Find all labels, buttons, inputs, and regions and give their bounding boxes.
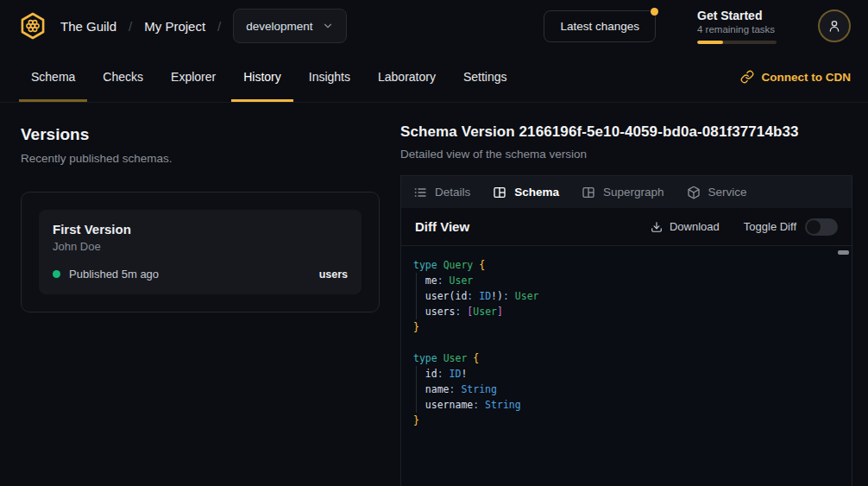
detail-tab-label: Service <box>708 186 747 199</box>
code-line: username: String <box>413 397 834 413</box>
schema-version-subtitle: Detailed view of the schema version <box>400 148 852 161</box>
nav-tab-checks[interactable]: Checks <box>91 52 155 102</box>
detail-tab-label: Details <box>435 186 470 199</box>
environment-selector-value: development <box>246 20 312 33</box>
link-icon <box>740 70 754 84</box>
app-header: The Guild / My Project / development Lat… <box>0 0 868 52</box>
code-line: type Query { <box>413 257 834 273</box>
version-status: Published 5m ago <box>69 268 159 281</box>
latest-changes-button[interactable]: Latest changes <box>544 10 656 42</box>
get-started-title: Get Started <box>697 9 777 22</box>
nav-tab-laboratory[interactable]: Laboratory <box>366 52 448 102</box>
breadcrumb-org[interactable]: The Guild <box>60 19 116 34</box>
columns-icon <box>493 186 506 199</box>
list-icon <box>413 186 427 199</box>
columns-icon <box>582 186 595 199</box>
versions-panel: Versions Recently published schemas. Fir… <box>0 103 400 486</box>
download-icon <box>651 221 663 233</box>
published-status-dot <box>53 270 60 278</box>
detail-tab-label: Supergraph <box>603 186 664 199</box>
code-line: type User { <box>413 350 834 366</box>
hive-logo-icon[interactable] <box>17 10 48 41</box>
version-detail-panel: Schema Version 2166196f-5e10-4059-bd0a-0… <box>400 103 868 486</box>
person-icon <box>827 19 841 33</box>
versions-subtitle: Recently published schemas. <box>21 152 380 165</box>
notification-dot <box>651 8 658 16</box>
app-root: The Guild / My Project / development Lat… <box>0 0 868 486</box>
toggle-diff-switch[interactable] <box>805 218 838 236</box>
detail-tab-supergraph[interactable]: Supergraph <box>582 186 664 199</box>
detail-tab-label: Schema <box>514 186 559 199</box>
get-started-subtitle: 4 remaining tasks <box>697 24 777 35</box>
nav-tab-history[interactable]: History <box>231 52 293 102</box>
version-service-badge: users <box>319 268 348 281</box>
main-nav: SchemaChecksExplorerHistoryInsightsLabor… <box>0 52 868 103</box>
code-line: me: User <box>413 273 834 288</box>
get-started-progress-fill <box>697 41 723 44</box>
graphql-schema-code: type Query {me: Useruser(id: ID!): Useru… <box>413 257 834 428</box>
versions-list: First Version John Doe Published 5m ago … <box>21 192 380 312</box>
breadcrumb-separator: / <box>217 19 221 34</box>
toggle-diff-label: Toggle Diff <box>744 220 796 233</box>
nav-tab-schema[interactable]: Schema <box>19 52 87 102</box>
schema-version-title: Schema Version 2166196f-5e10-4059-bd0a-0… <box>400 123 852 141</box>
diff-toolbar: Diff View Download Toggle Diff <box>401 208 852 246</box>
scrollbar-thumb[interactable] <box>838 250 849 255</box>
header-left: The Guild / My Project / development <box>17 9 347 43</box>
version-author: John Doe <box>53 240 348 253</box>
version-list-item[interactable]: First Version John Doe Published 5m ago … <box>39 210 362 294</box>
get-started-progressbar <box>697 41 777 44</box>
environment-selector[interactable]: development <box>233 9 346 43</box>
get-started-widget[interactable]: Get Started 4 remaining tasks <box>697 9 777 44</box>
nav-tab-settings[interactable]: Settings <box>451 52 519 102</box>
detail-tab-schema[interactable]: Schema <box>493 186 559 199</box>
schema-code-viewer[interactable]: type Query {me: Useruser(id: ID!): Useru… <box>401 246 852 486</box>
version-status-row: Published 5m ago users <box>53 268 348 281</box>
connect-to-cdn-label: Connect to CDN <box>762 71 852 84</box>
main-content: Versions Recently published schemas. Fir… <box>0 103 868 486</box>
download-label: Download <box>670 220 720 233</box>
chevron-down-icon <box>322 20 334 32</box>
version-name: First Version <box>53 222 348 237</box>
code-line: users: [User] <box>413 304 834 319</box>
code-line: } <box>413 413 834 428</box>
diff-actions: Download Toggle Diff <box>651 218 838 236</box>
code-line: user(id: ID!): User <box>413 288 834 304</box>
versions-title: Versions <box>21 125 380 144</box>
nav-tabs: SchemaChecksExplorerHistoryInsightsLabor… <box>19 52 519 102</box>
breadcrumb-project[interactable]: My Project <box>144 19 205 34</box>
diff-view-title: Diff View <box>415 219 469 234</box>
header-right: Latest changes Get Started 4 remaining t… <box>544 9 851 44</box>
cube-icon <box>687 186 701 199</box>
code-line: } <box>413 319 834 335</box>
connect-to-cdn-button[interactable]: Connect to CDN <box>740 52 852 102</box>
breadcrumb-separator: / <box>129 19 132 34</box>
nav-tab-insights[interactable]: Insights <box>297 52 362 102</box>
detail-tabbar: DetailsSchemaSupergraphService <box>401 176 852 208</box>
download-button[interactable]: Download <box>651 220 720 233</box>
detail-tab-service[interactable]: Service <box>687 186 747 199</box>
code-line <box>413 335 834 350</box>
user-avatar-button[interactable] <box>818 9 851 42</box>
toggle-diff-knob <box>807 220 821 234</box>
code-line: id: ID! <box>413 366 834 382</box>
detail-tab-details[interactable]: Details <box>413 186 470 199</box>
schema-detail-card: DetailsSchemaSupergraphService Diff View… <box>400 175 852 486</box>
latest-changes-label: Latest changes <box>560 20 639 33</box>
nav-tab-explorer[interactable]: Explorer <box>159 52 228 102</box>
code-line: name: String <box>413 382 834 397</box>
